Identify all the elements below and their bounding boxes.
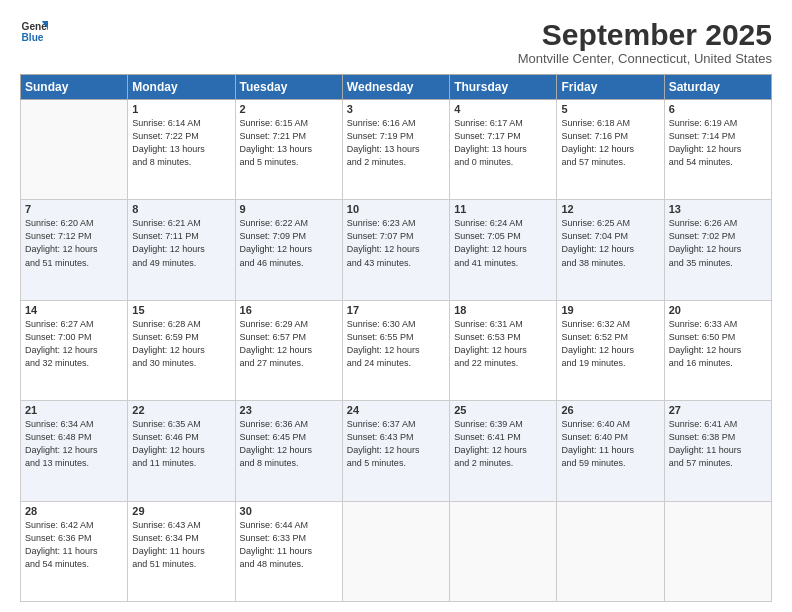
calendar-cell: 21Sunrise: 6:34 AM Sunset: 6:48 PM Dayli… xyxy=(21,401,128,501)
location: Montville Center, Connecticut, United St… xyxy=(518,51,772,66)
day-number: 5 xyxy=(561,103,659,115)
day-number: 7 xyxy=(25,203,123,215)
calendar-cell: 20Sunrise: 6:33 AM Sunset: 6:50 PM Dayli… xyxy=(664,300,771,400)
day-number: 10 xyxy=(347,203,445,215)
day-info: Sunrise: 6:19 AM Sunset: 7:14 PM Dayligh… xyxy=(669,117,767,169)
day-number: 8 xyxy=(132,203,230,215)
day-number: 17 xyxy=(347,304,445,316)
day-info: Sunrise: 6:33 AM Sunset: 6:50 PM Dayligh… xyxy=(669,318,767,370)
day-number: 19 xyxy=(561,304,659,316)
day-number: 13 xyxy=(669,203,767,215)
day-number: 16 xyxy=(240,304,338,316)
day-number: 9 xyxy=(240,203,338,215)
calendar-cell: 10Sunrise: 6:23 AM Sunset: 7:07 PM Dayli… xyxy=(342,200,449,300)
day-info: Sunrise: 6:34 AM Sunset: 6:48 PM Dayligh… xyxy=(25,418,123,470)
header-saturday: Saturday xyxy=(664,75,771,100)
day-info: Sunrise: 6:32 AM Sunset: 6:52 PM Dayligh… xyxy=(561,318,659,370)
day-number: 25 xyxy=(454,404,552,416)
day-info: Sunrise: 6:31 AM Sunset: 6:53 PM Dayligh… xyxy=(454,318,552,370)
calendar-cell: 28Sunrise: 6:42 AM Sunset: 6:36 PM Dayli… xyxy=(21,501,128,601)
day-info: Sunrise: 6:40 AM Sunset: 6:40 PM Dayligh… xyxy=(561,418,659,470)
day-info: Sunrise: 6:26 AM Sunset: 7:02 PM Dayligh… xyxy=(669,217,767,269)
day-number: 23 xyxy=(240,404,338,416)
day-info: Sunrise: 6:44 AM Sunset: 6:33 PM Dayligh… xyxy=(240,519,338,571)
month-title: September 2025 xyxy=(518,18,772,51)
day-info: Sunrise: 6:17 AM Sunset: 7:17 PM Dayligh… xyxy=(454,117,552,169)
calendar-cell: 3Sunrise: 6:16 AM Sunset: 7:19 PM Daylig… xyxy=(342,100,449,200)
header-tuesday: Tuesday xyxy=(235,75,342,100)
calendar-cell xyxy=(557,501,664,601)
header-friday: Friday xyxy=(557,75,664,100)
calendar-cell: 5Sunrise: 6:18 AM Sunset: 7:16 PM Daylig… xyxy=(557,100,664,200)
calendar-cell xyxy=(664,501,771,601)
calendar-cell: 15Sunrise: 6:28 AM Sunset: 6:59 PM Dayli… xyxy=(128,300,235,400)
title-block: September 2025 Montville Center, Connect… xyxy=(518,18,772,66)
day-number: 6 xyxy=(669,103,767,115)
calendar-cell xyxy=(450,501,557,601)
day-number: 20 xyxy=(669,304,767,316)
day-info: Sunrise: 6:42 AM Sunset: 6:36 PM Dayligh… xyxy=(25,519,123,571)
day-info: Sunrise: 6:15 AM Sunset: 7:21 PM Dayligh… xyxy=(240,117,338,169)
day-info: Sunrise: 6:28 AM Sunset: 6:59 PM Dayligh… xyxy=(132,318,230,370)
day-info: Sunrise: 6:22 AM Sunset: 7:09 PM Dayligh… xyxy=(240,217,338,269)
day-number: 1 xyxy=(132,103,230,115)
calendar-cell: 13Sunrise: 6:26 AM Sunset: 7:02 PM Dayli… xyxy=(664,200,771,300)
calendar-cell: 7Sunrise: 6:20 AM Sunset: 7:12 PM Daylig… xyxy=(21,200,128,300)
calendar-cell: 25Sunrise: 6:39 AM Sunset: 6:41 PM Dayli… xyxy=(450,401,557,501)
day-info: Sunrise: 6:23 AM Sunset: 7:07 PM Dayligh… xyxy=(347,217,445,269)
calendar-cell: 27Sunrise: 6:41 AM Sunset: 6:38 PM Dayli… xyxy=(664,401,771,501)
calendar-cell xyxy=(342,501,449,601)
day-number: 24 xyxy=(347,404,445,416)
day-number: 27 xyxy=(669,404,767,416)
calendar-cell: 18Sunrise: 6:31 AM Sunset: 6:53 PM Dayli… xyxy=(450,300,557,400)
day-number: 18 xyxy=(454,304,552,316)
day-info: Sunrise: 6:41 AM Sunset: 6:38 PM Dayligh… xyxy=(669,418,767,470)
day-info: Sunrise: 6:35 AM Sunset: 6:46 PM Dayligh… xyxy=(132,418,230,470)
calendar-cell: 11Sunrise: 6:24 AM Sunset: 7:05 PM Dayli… xyxy=(450,200,557,300)
day-number: 28 xyxy=(25,505,123,517)
header-wednesday: Wednesday xyxy=(342,75,449,100)
calendar-cell: 16Sunrise: 6:29 AM Sunset: 6:57 PM Dayli… xyxy=(235,300,342,400)
day-number: 3 xyxy=(347,103,445,115)
header-monday: Monday xyxy=(128,75,235,100)
logo: General Blue xyxy=(20,18,48,46)
day-number: 26 xyxy=(561,404,659,416)
calendar-cell: 14Sunrise: 6:27 AM Sunset: 7:00 PM Dayli… xyxy=(21,300,128,400)
day-info: Sunrise: 6:20 AM Sunset: 7:12 PM Dayligh… xyxy=(25,217,123,269)
day-number: 14 xyxy=(25,304,123,316)
header-thursday: Thursday xyxy=(450,75,557,100)
day-info: Sunrise: 6:27 AM Sunset: 7:00 PM Dayligh… xyxy=(25,318,123,370)
calendar-cell: 22Sunrise: 6:35 AM Sunset: 6:46 PM Dayli… xyxy=(128,401,235,501)
day-info: Sunrise: 6:14 AM Sunset: 7:22 PM Dayligh… xyxy=(132,117,230,169)
calendar-cell: 8Sunrise: 6:21 AM Sunset: 7:11 PM Daylig… xyxy=(128,200,235,300)
calendar-cell: 2Sunrise: 6:15 AM Sunset: 7:21 PM Daylig… xyxy=(235,100,342,200)
calendar-cell: 29Sunrise: 6:43 AM Sunset: 6:34 PM Dayli… xyxy=(128,501,235,601)
header-sunday: Sunday xyxy=(21,75,128,100)
day-info: Sunrise: 6:18 AM Sunset: 7:16 PM Dayligh… xyxy=(561,117,659,169)
day-info: Sunrise: 6:39 AM Sunset: 6:41 PM Dayligh… xyxy=(454,418,552,470)
calendar-cell: 30Sunrise: 6:44 AM Sunset: 6:33 PM Dayli… xyxy=(235,501,342,601)
calendar-table: SundayMondayTuesdayWednesdayThursdayFrid… xyxy=(20,74,772,602)
day-info: Sunrise: 6:43 AM Sunset: 6:34 PM Dayligh… xyxy=(132,519,230,571)
calendar-cell: 24Sunrise: 6:37 AM Sunset: 6:43 PM Dayli… xyxy=(342,401,449,501)
day-number: 2 xyxy=(240,103,338,115)
svg-text:Blue: Blue xyxy=(22,32,44,43)
day-info: Sunrise: 6:24 AM Sunset: 7:05 PM Dayligh… xyxy=(454,217,552,269)
day-info: Sunrise: 6:30 AM Sunset: 6:55 PM Dayligh… xyxy=(347,318,445,370)
day-info: Sunrise: 6:16 AM Sunset: 7:19 PM Dayligh… xyxy=(347,117,445,169)
day-number: 21 xyxy=(25,404,123,416)
day-number: 22 xyxy=(132,404,230,416)
day-number: 4 xyxy=(454,103,552,115)
day-number: 29 xyxy=(132,505,230,517)
calendar-cell: 6Sunrise: 6:19 AM Sunset: 7:14 PM Daylig… xyxy=(664,100,771,200)
day-number: 12 xyxy=(561,203,659,215)
day-info: Sunrise: 6:25 AM Sunset: 7:04 PM Dayligh… xyxy=(561,217,659,269)
calendar-cell: 1Sunrise: 6:14 AM Sunset: 7:22 PM Daylig… xyxy=(128,100,235,200)
day-info: Sunrise: 6:29 AM Sunset: 6:57 PM Dayligh… xyxy=(240,318,338,370)
day-info: Sunrise: 6:21 AM Sunset: 7:11 PM Dayligh… xyxy=(132,217,230,269)
day-number: 15 xyxy=(132,304,230,316)
calendar-cell: 4Sunrise: 6:17 AM Sunset: 7:17 PM Daylig… xyxy=(450,100,557,200)
day-number: 11 xyxy=(454,203,552,215)
calendar-cell xyxy=(21,100,128,200)
day-info: Sunrise: 6:36 AM Sunset: 6:45 PM Dayligh… xyxy=(240,418,338,470)
